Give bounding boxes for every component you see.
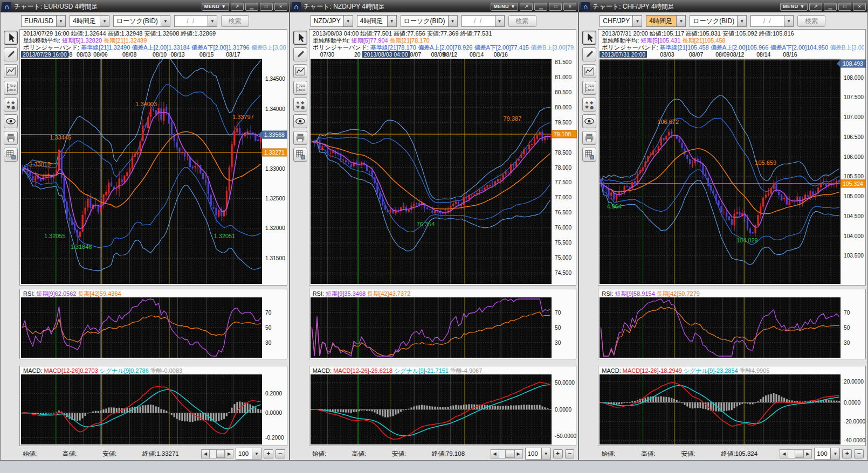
chevron-down-icon[interactable]: ▼ [208, 15, 217, 27]
rsi-chart[interactable]: 705030 [600, 297, 864, 358]
close-button[interactable]: × [853, 3, 866, 11]
search-button[interactable]: 検索 [221, 15, 249, 27]
popout-icon[interactable]: ↗ [520, 3, 533, 11]
chart-scrollbar[interactable]: ◀ ▶ [780, 449, 812, 458]
pair-select[interactable]: EUR/USD ▼ [21, 15, 66, 27]
pair-select[interactable]: NZD/JPY ▼ [311, 15, 353, 27]
axis-scale-button[interactable]: 70.060.0 [4, 81, 18, 95]
indicator-tool-button[interactable] [4, 64, 18, 78]
zoom-out-button[interactable]: − [565, 449, 575, 458]
chart-type-select-value[interactable]: ローソク(BID) [113, 15, 161, 27]
pair-select-value[interactable]: EUR/USD [21, 15, 56, 27]
axis-scale-button[interactable]: 70.060.0 [293, 81, 307, 95]
window-titlebar[interactable]: ∩ チャート: CHF/JPY 4時間足 MENU ▼ ↗ ▁ □ × [579, 1, 867, 12]
minimize-button[interactable]: ▁ [534, 3, 547, 11]
zoom-select[interactable]: 100 ▼ [236, 448, 261, 460]
window-titlebar[interactable]: ∩ チャート: NZD/JPY 4時間足 MENU ▼ ↗ ▁ □ × [290, 1, 578, 12]
date-picker[interactable]: / / ▼ [461, 15, 505, 27]
chevron-down-icon[interactable]: ▼ [448, 15, 458, 27]
chevron-down-icon[interactable]: ▼ [252, 448, 261, 460]
visibility-button[interactable] [293, 114, 307, 128]
macd-chart[interactable]: 0.20000.0000-0.2000 [21, 374, 286, 444]
candlestick-chart[interactable]: 81.50081.00080.50080.00079.50078.50078.0… [311, 59, 575, 284]
cursor-tool-button[interactable] [4, 31, 18, 45]
indicator-tool-button[interactable] [582, 64, 596, 78]
chevron-down-icon[interactable]: ▼ [495, 15, 505, 27]
date-picker[interactable]: / / ▼ [750, 15, 794, 27]
scrollbar-track[interactable] [499, 449, 514, 458]
chart-type-select-value[interactable]: ローソク(BID) [690, 15, 737, 27]
chart-type-select-value[interactable]: ローソク(BID) [401, 15, 448, 27]
search-button[interactable]: 検索 [797, 15, 825, 27]
minimize-button[interactable]: ▁ [824, 3, 837, 11]
zoom-out-button[interactable]: − [275, 449, 285, 458]
menu-button[interactable]: MENU ▼ [780, 3, 808, 11]
pair-select[interactable]: CHF/JPY ▼ [600, 15, 642, 27]
pair-select-value[interactable]: CHF/JPY [600, 15, 632, 27]
candlestick-chart[interactable]: 1.345001.340001.330001.325001.320001.315… [21, 59, 286, 284]
indicator-tool-button[interactable] [293, 64, 307, 78]
chevron-down-icon[interactable]: ▼ [387, 15, 397, 27]
timeframe-select-value[interactable]: 4時間足 [646, 15, 676, 27]
save-layout-button[interactable] [4, 148, 18, 162]
print-button[interactable] [4, 131, 18, 145]
chart-type-select[interactable]: ローソク(BID) ▼ [690, 15, 747, 27]
zoom-in-button[interactable]: + [264, 449, 273, 458]
symbols-stamp-button[interactable]: ★◆♥● [4, 98, 18, 112]
maximize-button[interactable]: □ [260, 3, 273, 11]
timeframe-select[interactable]: 4時間足 ▼ [646, 15, 686, 27]
scroll-left-icon[interactable]: ◀ [201, 449, 210, 458]
zoom-select-value[interactable]: 100 [236, 448, 252, 460]
chart-type-select[interactable]: ローソク(BID) ▼ [113, 15, 170, 27]
scrollbar-thumb[interactable] [795, 450, 803, 458]
chart-scrollbar[interactable]: ◀ ▶ [201, 449, 233, 458]
scrollbar-track[interactable] [210, 449, 225, 458]
popout-icon[interactable]: ↗ [231, 3, 244, 11]
candlestick-chart[interactable]: 108.000107.500107.000106.500106.000105.5… [600, 59, 864, 284]
zoom-out-button[interactable]: − [854, 449, 864, 458]
scrollbar-thumb[interactable] [216, 450, 225, 458]
cursor-tool-button[interactable] [293, 31, 307, 45]
close-button[interactable]: × [274, 3, 287, 11]
scroll-right-icon[interactable]: ▶ [514, 449, 523, 458]
cursor-tool-button[interactable] [582, 31, 596, 45]
timeframe-select[interactable]: 4時間足 ▼ [70, 15, 109, 27]
zoom-in-button[interactable]: + [842, 449, 852, 458]
chevron-down-icon[interactable]: ▼ [56, 15, 66, 27]
scroll-left-icon[interactable]: ◀ [491, 449, 499, 458]
pair-select-value[interactable]: NZD/JPY [311, 15, 343, 27]
chevron-down-icon[interactable]: ▼ [676, 15, 686, 27]
date-picker-value[interactable]: / / [750, 15, 784, 27]
scrollbar-thumb[interactable] [505, 450, 514, 458]
chevron-down-icon[interactable]: ▼ [100, 15, 109, 27]
symbols-stamp-button[interactable]: ★◆♥● [582, 98, 596, 112]
axis-scale-button[interactable]: 70.060.0 [582, 81, 596, 95]
window-titlebar[interactable]: ∩ チャート: EUR/USD 4時間足 MENU ▼ ↗ ▁ □ × [1, 1, 289, 12]
macd-chart[interactable]: 20.00000.0000-20.0000-40.0000 [600, 374, 864, 444]
visibility-button[interactable] [4, 114, 18, 128]
chart-type-select[interactable]: ローソク(BID) ▼ [401, 15, 458, 27]
maximize-button[interactable]: □ [838, 3, 851, 11]
pencil-tool-button[interactable] [4, 47, 18, 61]
macd-chart[interactable]: 50.00000.0000-50.0000 [311, 374, 575, 444]
chevron-down-icon[interactable]: ▼ [161, 15, 170, 27]
search-button[interactable]: 検索 [508, 15, 536, 27]
print-button[interactable] [293, 131, 307, 145]
date-picker[interactable]: / / ▼ [174, 15, 217, 27]
save-layout-button[interactable] [582, 148, 596, 162]
timeframe-select-value[interactable]: 4時間足 [357, 15, 387, 27]
chevron-down-icon[interactable]: ▼ [541, 448, 551, 460]
date-picker-value[interactable]: / / [461, 15, 495, 27]
menu-button[interactable]: MENU ▼ [491, 3, 518, 11]
date-picker-value[interactable]: / / [174, 15, 208, 27]
zoom-in-button[interactable]: + [553, 449, 563, 458]
rsi-chart[interactable]: 705030 [311, 297, 575, 358]
chevron-down-icon[interactable]: ▼ [343, 15, 353, 27]
pencil-tool-button[interactable] [293, 47, 307, 61]
maximize-button[interactable]: □ [549, 3, 562, 11]
visibility-button[interactable] [582, 114, 596, 128]
zoom-select[interactable]: 100 ▼ [814, 448, 840, 460]
chevron-down-icon[interactable]: ▼ [784, 15, 794, 27]
chevron-down-icon[interactable]: ▼ [737, 15, 747, 27]
symbols-stamp-button[interactable]: ★◆♥● [293, 98, 307, 112]
